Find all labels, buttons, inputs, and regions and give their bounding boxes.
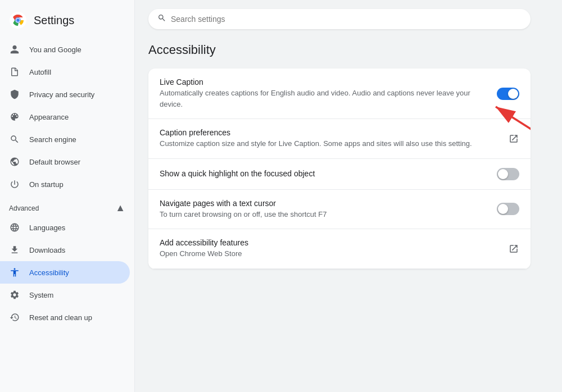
settings-card: Live Caption Automatically creates capti… <box>148 69 531 269</box>
text-cursor-desc: To turn caret browsing on or off, use th… <box>160 209 488 220</box>
live-caption-toggle[interactable] <box>497 88 519 100</box>
show-highlight-title: Show a quick highlight on the focused ob… <box>160 169 488 178</box>
sidebar: Settings You and Google Autofill Privacy… <box>0 0 135 392</box>
page-title: Accessibility <box>148 43 549 57</box>
on-startup-icon <box>9 179 20 190</box>
sidebar-label-system: System <box>29 291 121 299</box>
sidebar-item-autofill[interactable]: Autofill <box>0 61 130 83</box>
add-accessibility-control <box>508 243 519 254</box>
languages-icon <box>9 222 20 233</box>
settings-row-live-caption: Live Caption Automatically creates capti… <box>148 69 531 119</box>
chrome-logo <box>9 11 27 29</box>
downloads-icon <box>9 244 20 256</box>
sidebar-item-you-and-google[interactable]: You and Google <box>0 38 130 61</box>
text-cursor-title: Navigate pages with a text cursor <box>160 199 488 208</box>
sidebar-label-privacy-security: Privacy and security <box>29 90 121 99</box>
add-accessibility-desc: Open Chrome Web Store <box>160 248 499 259</box>
text-cursor-toggle[interactable] <box>497 203 519 215</box>
live-caption-toggle-thumb <box>508 89 518 99</box>
settings-row-content-caption-prefs: Caption preferences Customize caption si… <box>160 128 499 149</box>
show-highlight-toggle-thumb <box>498 169 508 179</box>
sidebar-label-on-startup: On startup <box>29 180 121 189</box>
sidebar-item-accessibility[interactable]: Accessibility <box>0 261 130 284</box>
sidebar-item-default-browser[interactable]: Default browser <box>0 151 130 173</box>
autofill-icon <box>9 66 20 78</box>
settings-row-content-live-caption: Live Caption Automatically creates capti… <box>160 78 488 110</box>
person-icon <box>9 44 20 55</box>
sidebar-item-search-engine[interactable]: Search engine <box>0 128 130 151</box>
svg-point-3 <box>16 19 20 22</box>
reset-icon <box>9 312 20 323</box>
text-cursor-toggle-thumb <box>498 204 508 214</box>
add-accessibility-title: Add accessibility features <box>160 238 499 247</box>
show-highlight-control <box>497 168 519 180</box>
advanced-section-label[interactable]: Advanced ▲ <box>0 195 134 216</box>
sidebar-item-privacy-security[interactable]: Privacy and security <box>0 83 130 106</box>
sidebar-label-languages: Languages <box>29 224 121 232</box>
sidebar-label-autofill: Autofill <box>29 68 121 76</box>
sidebar-label-appearance: Appearance <box>29 113 121 121</box>
sidebar-item-languages[interactable]: Languages <box>0 216 130 239</box>
caption-prefs-control <box>508 133 519 144</box>
advanced-label: Advanced <box>9 204 39 212</box>
settings-row-caption-prefs: Caption preferences Customize caption si… <box>148 119 531 159</box>
settings-row-text-cursor: Navigate pages with a text cursor To tur… <box>148 190 531 230</box>
show-highlight-toggle[interactable] <box>497 168 519 180</box>
settings-row-show-highlight: Show a quick highlight on the focused ob… <box>148 159 531 190</box>
search-input[interactable] <box>171 15 522 24</box>
chevron-up-icon: ▲ <box>115 202 125 214</box>
settings-row-content-add-accessibility: Add accessibility features Open Chrome W… <box>160 238 499 259</box>
app-title: Settings <box>34 14 74 27</box>
search-engine-icon <box>9 134 20 145</box>
app-header: Settings <box>0 4 134 38</box>
live-caption-control <box>497 88 519 100</box>
system-icon <box>9 289 20 300</box>
sidebar-label-accessibility: Accessibility <box>29 268 121 277</box>
live-caption-desc: Automatically creates captions for Engli… <box>160 88 488 110</box>
add-accessibility-external-link[interactable] <box>508 243 519 254</box>
appearance-icon <box>9 111 20 122</box>
settings-row-content-show-highlight: Show a quick highlight on the focused ob… <box>160 169 488 179</box>
sidebar-label-default-browser: Default browser <box>29 158 121 166</box>
text-cursor-control <box>497 203 519 215</box>
default-browser-icon <box>9 156 20 167</box>
sidebar-item-downloads[interactable]: Downloads <box>0 239 130 261</box>
content-area: Accessibility Live Caption Automatically… <box>135 38 562 392</box>
accessibility-icon <box>9 267 20 278</box>
live-caption-title: Live Caption <box>160 78 488 86</box>
sidebar-label-reset-clean-up: Reset and clean up <box>29 313 121 322</box>
sidebar-label-you-and-google: You and Google <box>29 45 121 54</box>
search-bar <box>148 9 531 29</box>
main-content: Accessibility Live Caption Automatically… <box>135 0 562 392</box>
settings-row-content-text-cursor: Navigate pages with a text cursor To tur… <box>160 199 488 220</box>
sidebar-item-reset-clean-up[interactable]: Reset and clean up <box>0 306 130 329</box>
caption-prefs-title: Caption preferences <box>160 128 499 137</box>
sidebar-label-search-engine: Search engine <box>29 135 121 144</box>
security-icon <box>9 89 20 100</box>
caption-prefs-external-link[interactable] <box>508 133 519 144</box>
settings-row-add-accessibility: Add accessibility features Open Chrome W… <box>148 229 531 269</box>
caption-prefs-desc: Customize caption size and style for Liv… <box>160 138 499 149</box>
sidebar-item-on-startup[interactable]: On startup <box>0 173 130 195</box>
sidebar-label-downloads: Downloads <box>29 246 121 254</box>
search-icon <box>157 13 166 25</box>
sidebar-item-system[interactable]: System <box>0 284 130 306</box>
sidebar-item-appearance[interactable]: Appearance <box>0 106 130 128</box>
search-bar-container <box>135 0 562 38</box>
